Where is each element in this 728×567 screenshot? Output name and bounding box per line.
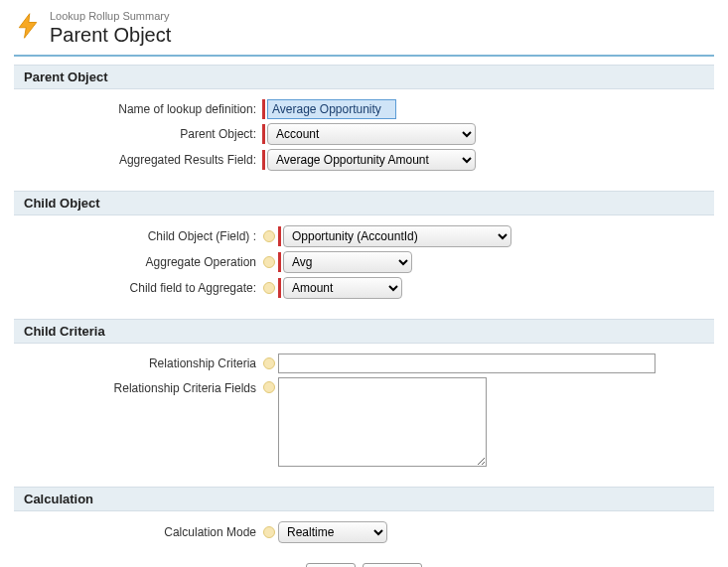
help-icon[interactable]: [263, 381, 275, 393]
calculation-mode-select[interactable]: Realtime: [278, 521, 387, 543]
child-object-field-select[interactable]: Opportunity (AccountId): [283, 225, 511, 247]
required-indicator: [262, 124, 265, 144]
help-icon[interactable]: [263, 526, 275, 538]
label-aggregate-operation: Aggregate Operation: [14, 255, 262, 269]
name-of-lookup-input[interactable]: [267, 99, 396, 119]
section-child-criteria: Child Criteria: [14, 319, 714, 344]
label-child-object-field: Child Object (Field) :: [14, 229, 262, 243]
help-icon[interactable]: [263, 230, 275, 242]
required-indicator: [262, 99, 265, 119]
parent-object-select[interactable]: Account: [267, 123, 476, 145]
svg-marker-0: [19, 14, 37, 39]
section-parent-object: Parent Object: [14, 65, 714, 89]
help-icon[interactable]: [263, 256, 275, 268]
relationship-criteria-input[interactable]: [278, 354, 655, 373]
section-calculation: Calculation: [14, 487, 714, 511]
label-calculation-mode: Calculation Mode: [14, 525, 262, 539]
help-icon[interactable]: [263, 282, 275, 294]
header-eyebrow: Lookup Rollup Summary: [50, 10, 171, 23]
label-name-of-lookup: Name of lookup definition:: [14, 102, 262, 116]
page-header: Lookup Rollup Summary Parent Object: [14, 10, 714, 57]
aggregate-operation-select[interactable]: Avg: [283, 251, 412, 273]
save-button[interactable]: Save: [306, 563, 355, 567]
button-row: Save Cancel: [14, 563, 714, 567]
required-indicator: [278, 278, 281, 298]
child-field-to-aggregate-select[interactable]: Amount: [283, 277, 402, 299]
lightning-icon: [14, 12, 42, 40]
required-indicator: [262, 150, 265, 170]
label-relationship-criteria: Relationship Criteria: [14, 356, 262, 370]
label-parent-object: Parent Object:: [14, 127, 262, 141]
cancel-button[interactable]: Cancel: [363, 563, 421, 567]
label-agg-results-field: Aggregated Results Field:: [14, 153, 262, 167]
label-child-field-aggregate: Child field to Aggregate:: [14, 281, 262, 295]
required-indicator: [278, 252, 281, 272]
page-title: Parent Object: [50, 23, 171, 47]
label-relationship-criteria-fields: Relationship Criteria Fields: [14, 377, 262, 395]
required-indicator: [278, 226, 281, 246]
aggregated-results-field-select[interactable]: Average Opportunity Amount: [267, 149, 476, 171]
relationship-criteria-fields-textarea[interactable]: [278, 377, 487, 467]
help-icon[interactable]: [263, 357, 275, 369]
section-child-object: Child Object: [14, 191, 714, 215]
